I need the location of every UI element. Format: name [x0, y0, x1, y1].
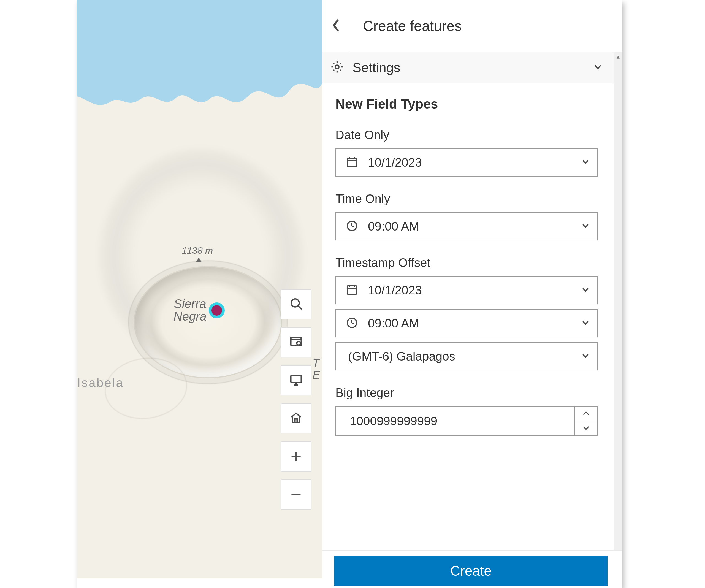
basemap-button[interactable]	[281, 327, 311, 358]
home-button[interactable]	[281, 403, 311, 434]
back-button[interactable]	[322, 0, 350, 52]
svg-point-0	[291, 299, 299, 307]
monitor-button[interactable]	[281, 365, 311, 396]
svg-rect-5	[291, 375, 301, 382]
timestamp-time-input[interactable]: 09:00 AM	[335, 309, 598, 337]
date-only-value: 10/1/2023	[368, 155, 581, 169]
create-features-panel: Create features ▴ ▾ Settings	[322, 0, 622, 588]
create-button[interactable]: Create	[334, 556, 608, 586]
timestamp-time-value: 09:00 AM	[368, 316, 581, 330]
calendar-icon	[345, 283, 359, 298]
chevron-up-icon	[582, 411, 590, 417]
svg-rect-15	[347, 286, 357, 294]
create-button-label: Create	[450, 563, 491, 579]
map-canvas[interactable]: 1138 m Sierra Negra Isabela T E	[77, 0, 322, 578]
time-only-label: Time Only	[335, 192, 598, 206]
zoom-out-button[interactable]: −	[281, 479, 311, 509]
timestamp-date-input[interactable]: 10/1/2023	[335, 276, 598, 304]
chevron-down-icon	[581, 351, 590, 361]
island-name-label: Isabela	[77, 376, 124, 390]
svg-rect-3	[291, 337, 301, 339]
home-icon	[289, 411, 303, 426]
peak-elevation-label: 1138 m	[182, 245, 213, 256]
panel-scroll-area: ▴ ▾ Settings New Field Types	[322, 52, 622, 588]
big-integer-value: 1000999999999	[336, 407, 574, 436]
calendar-icon	[345, 155, 359, 170]
date-only-input[interactable]: 10/1/2023	[335, 148, 598, 177]
chevron-down-icon	[582, 425, 590, 432]
stepper-down-button[interactable]	[575, 421, 597, 436]
timezone-value: (GMT-6) Galapagos	[348, 350, 581, 363]
timestamp-date-value: 10/1/2023	[368, 283, 581, 297]
panel-header: Create features	[322, 0, 622, 52]
time-only-value: 09:00 AM	[368, 220, 581, 233]
monitor-icon	[289, 373, 303, 388]
timestamp-offset-label: Timestamp Offset	[335, 256, 598, 270]
panel-title: Create features	[350, 0, 622, 52]
svg-point-4	[297, 342, 300, 345]
timezone-select[interactable]: (GMT-6) Galapagos	[335, 342, 598, 370]
time-only-input[interactable]: 09:00 AM	[335, 212, 598, 240]
timestamp-offset-group: Timestamp Offset 10/1/2023	[335, 256, 598, 370]
settings-row[interactable]: Settings	[322, 52, 614, 83]
map-tool-stack: + −	[281, 289, 311, 509]
settings-label: Settings	[352, 60, 593, 75]
date-only-group: Date Only 10/1/2023	[335, 128, 598, 177]
chevron-down-icon	[581, 157, 590, 168]
search-button[interactable]	[281, 289, 311, 319]
plus-icon: +	[290, 447, 301, 466]
basemap-icon	[289, 335, 303, 350]
chevron-down-icon	[593, 62, 603, 73]
svg-line-1	[298, 306, 302, 310]
form: New Field Types Date Only 10/1/2023	[322, 83, 614, 447]
truncated-map-label: T E	[313, 357, 320, 381]
svg-rect-8	[295, 419, 297, 422]
svg-rect-10	[347, 158, 357, 166]
big-integer-label: Big Integer	[335, 386, 598, 400]
panel-footer: Create	[322, 550, 622, 588]
stepper-up-button[interactable]	[575, 407, 597, 421]
chevron-down-icon	[581, 285, 590, 295]
stepper-buttons	[574, 407, 597, 436]
feature-point-marker[interactable]	[209, 303, 225, 318]
big-integer-group: Big Integer 1000999999999	[335, 386, 598, 436]
scrollbar-up-icon[interactable]: ▴	[614, 52, 622, 61]
chevron-left-icon	[332, 18, 340, 34]
clock-icon	[345, 316, 359, 330]
big-integer-input[interactable]: 1000999999999	[335, 406, 598, 436]
chevron-down-icon	[581, 318, 590, 328]
gear-icon	[330, 60, 344, 75]
scrollbar[interactable]: ▴ ▾	[614, 52, 622, 588]
time-only-group: Time Only 09:00 AM	[335, 192, 598, 240]
svg-point-9	[335, 65, 339, 69]
section-title: New Field Types	[335, 96, 598, 111]
chevron-down-icon	[581, 221, 590, 231]
date-only-label: Date Only	[335, 128, 598, 142]
minus-icon: −	[290, 485, 301, 504]
search-icon	[289, 297, 303, 312]
peak-marker-icon	[196, 258, 201, 262]
zoom-in-button[interactable]: +	[281, 441, 311, 471]
clock-icon	[345, 219, 359, 233]
